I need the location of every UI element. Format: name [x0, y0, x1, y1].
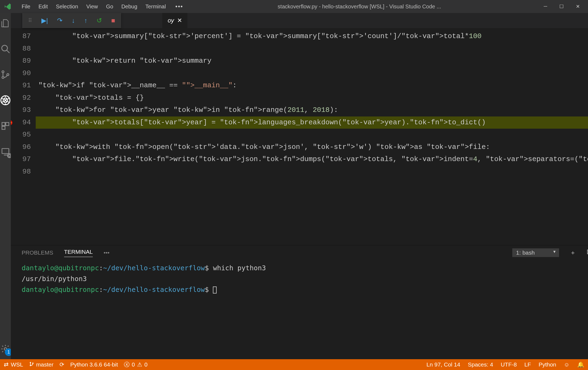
debug-icon[interactable]: [0, 95, 11, 106]
menu-file[interactable]: File: [22, 4, 30, 10]
remote-icon[interactable]: ✕: [0, 146, 11, 157]
menu-bar: File Edit Selection View Go Debug Termin…: [15, 4, 166, 10]
titlebar: File Edit Selection View Go Debug Termin…: [0, 0, 588, 13]
svg-point-16: [30, 362, 31, 363]
error-icon: ⓧ: [124, 361, 130, 368]
sync-status[interactable]: ⟳: [60, 361, 64, 368]
svg-rect-8: [6, 122, 9, 125]
indentation-status[interactable]: Spaces: 4: [468, 361, 493, 368]
menu-terminal[interactable]: Terminal: [146, 4, 166, 10]
debug-toolbar-grip-icon[interactable]: ⠿: [28, 17, 32, 24]
menu-edit[interactable]: Edit: [38, 4, 48, 10]
source-control-icon[interactable]: [0, 69, 11, 80]
status-bar: ⇄WSL master ⟳ Python 3.6.6 64-bit ⓧ0 ⚠0 …: [0, 359, 588, 370]
panel: PROBLEMS TERMINAL ••• 1: bash ＋ ⌃ ✕ dant…: [11, 245, 588, 359]
warning-icon: ⚠: [137, 361, 142, 368]
tab-title: oy: [168, 17, 174, 24]
editor-tabs: ⠿ ▶| ↷ ↓ ↑ ↺ ■ oy ✕ •••: [11, 13, 588, 28]
settings-gear-icon[interactable]: 1: [0, 344, 11, 354]
menu-selection[interactable]: Selection: [56, 4, 78, 10]
stop-icon[interactable]: ■: [111, 17, 115, 24]
step-out-icon[interactable]: ↑: [84, 17, 87, 24]
svg-rect-7: [2, 122, 5, 125]
remote-indicator-icon: ⇄: [4, 361, 9, 368]
code-content[interactable]: "tok-var">summary["tok-str">'percent'] =…: [36, 28, 588, 245]
eol-status[interactable]: LF: [524, 361, 531, 368]
encoding-status[interactable]: UTF-8: [501, 361, 517, 368]
svg-point-18: [32, 363, 33, 364]
step-over-icon[interactable]: ↷: [57, 17, 62, 24]
code-editor[interactable]: 878889909192939495969798 "tok-var">summa…: [11, 28, 588, 245]
terminal-body[interactable]: dantaylo@qubitronpc:~/dev/hello-stackove…: [11, 260, 588, 359]
feedback-icon[interactable]: ☺: [564, 361, 570, 368]
menu-view[interactable]: View: [86, 4, 98, 10]
line-gutter: 878889909192939495969798: [11, 28, 36, 245]
language-status[interactable]: Python: [539, 361, 556, 368]
svg-point-0: [2, 45, 8, 51]
svg-rect-9: [2, 126, 5, 129]
vscode-logo-icon: [0, 3, 15, 10]
restart-icon[interactable]: ↺: [97, 17, 102, 24]
tab-close-icon[interactable]: ✕: [177, 17, 182, 24]
terminal-tab[interactable]: TERMINAL: [64, 249, 93, 257]
extensions-icon[interactable]: [0, 121, 11, 131]
terminal-cursor: [213, 286, 217, 294]
editor-area: ⠿ ▶| ↷ ↓ ↑ ↺ ■ oy ✕ ••• 8788899091929394…: [11, 13, 588, 359]
editor-tab[interactable]: oy ✕: [162, 13, 187, 28]
svg-point-17: [30, 365, 31, 366]
problems-status[interactable]: ⓧ0 ⚠0: [124, 361, 147, 368]
python-interpreter-status[interactable]: Python 3.6.6 64-bit: [70, 361, 118, 368]
panel-tabs: PROBLEMS TERMINAL ••• 1: bash ＋ ⌃ ✕: [11, 245, 588, 260]
maximize-icon[interactable]: ☐: [559, 4, 564, 9]
menu-go[interactable]: Go: [106, 4, 113, 10]
svg-line-1: [7, 50, 10, 53]
step-into-icon[interactable]: ↓: [72, 17, 75, 24]
new-terminal-icon[interactable]: ＋: [570, 249, 576, 257]
debug-toolbar[interactable]: ⠿ ▶| ↷ ↓ ↑ ↺ ■: [22, 13, 121, 28]
git-branch-icon: [29, 361, 34, 368]
svg-rect-10: [2, 149, 9, 154]
split-terminal-icon[interactable]: [587, 249, 588, 256]
minimize-icon[interactable]: ─: [544, 4, 547, 9]
problems-tab[interactable]: PROBLEMS: [22, 249, 53, 256]
notifications-icon[interactable]: 🔔: [577, 361, 584, 368]
menu-overflow-icon[interactable]: •••: [175, 3, 183, 10]
close-icon[interactable]: ✕: [576, 4, 580, 9]
git-branch-status[interactable]: master: [29, 361, 54, 368]
cursor-position-status[interactable]: Ln 97, Col 14: [427, 361, 460, 368]
search-icon[interactable]: [0, 44, 11, 54]
panel-overflow-icon[interactable]: •••: [104, 249, 110, 256]
svg-point-3: [2, 76, 4, 79]
window-controls: ─ ☐ ✕: [536, 4, 588, 9]
continue-icon[interactable]: ▶|: [41, 17, 48, 24]
menu-debug[interactable]: Debug: [121, 4, 137, 10]
explorer-icon[interactable]: [0, 18, 11, 29]
svg-point-2: [2, 71, 4, 73]
remote-status[interactable]: ⇄WSL: [4, 361, 23, 368]
sync-icon: ⟳: [60, 361, 64, 368]
window-title: stackoverflow.py - hello-stackoverflow […: [183, 4, 536, 10]
activity-bar: ✕ 1: [0, 13, 11, 359]
terminal-select[interactable]: 1: bash: [512, 248, 559, 257]
